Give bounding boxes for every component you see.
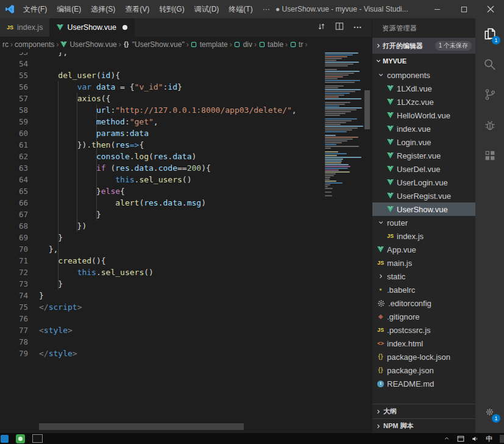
tree-file-register-vue[interactable]: Register.vue (372, 149, 475, 162)
code-line[interactable]: method:"get", (39, 116, 158, 127)
line-number[interactable]: 77 (0, 324, 28, 336)
code-line[interactable]: <style> (39, 324, 73, 336)
tree-file-userregist-vue[interactable]: UserRegist.vue (372, 189, 475, 202)
tree-file--postcssrc-js[interactable]: JS.postcssrc.js (372, 323, 475, 337)
line-number[interactable]: 53 (0, 52, 28, 58)
tree-file-userdel-vue[interactable]: UserDel.vue (372, 162, 475, 176)
open-editors-header[interactable]: 打开的编辑器 1 个未保存 (372, 38, 475, 54)
tree-folder-router[interactable]: router (372, 216, 475, 229)
tree-file-package-lock-json[interactable]: {}package-lock.json (372, 350, 475, 363)
line-number[interactable]: 67 (0, 209, 28, 220)
code-line[interactable]: </script> (39, 301, 82, 313)
line-number[interactable]: 71 (0, 255, 28, 267)
line-number[interactable]: 55 (0, 70, 28, 81)
tree-file--editorconfig[interactable]: .editorconfig (372, 296, 475, 310)
tree-file-readme-md[interactable]: iREADME.md (372, 377, 475, 390)
breadcrumb-item[interactable]: div (234, 40, 252, 49)
activity-files-button[interactable]: 1 (475, 18, 504, 49)
code-line[interactable]: } (39, 209, 101, 220)
line-number[interactable]: 75 (0, 301, 28, 313)
code-line[interactable]: created(){ (39, 255, 106, 267)
code-line[interactable]: url:"http://127.0.0.1:8000/app03/delete/… (39, 104, 297, 116)
code-line[interactable]: var data = {"v_id":id} (39, 81, 182, 93)
breadcrumb-item[interactable]: UserShow.vue (60, 40, 116, 49)
code-line[interactable]: </style> (39, 348, 77, 359)
tree-file-index-js[interactable]: JSindex.js (372, 229, 475, 243)
activity-extensions-button[interactable] (475, 140, 504, 171)
breadcrumb-item[interactable]: components (15, 40, 54, 49)
tab-index-js[interactable]: JSindex.js (0, 18, 50, 37)
tree-file-usershow-vue[interactable]: UserShow.vue (372, 202, 475, 216)
menu-item[interactable]: 文件(F) (18, 0, 52, 18)
breadcrumb-item[interactable]: table (258, 40, 283, 49)
breadcrumb-item[interactable]: tr (289, 40, 303, 49)
code-line[interactable]: }).then(res=>{ (39, 139, 144, 151)
line-number[interactable]: 61 (0, 139, 28, 151)
green-app-icon[interactable] (16, 434, 25, 443)
tree-file-userlogin-vue[interactable]: UserLogin.vue (372, 176, 475, 189)
minimize-button[interactable] (424, 0, 450, 18)
code-line[interactable]: } (39, 232, 63, 243)
code-line[interactable]: alert(res.data.msg) (39, 197, 206, 209)
line-number[interactable]: 60 (0, 127, 28, 139)
menu-item[interactable]: ··· (258, 0, 275, 18)
vscode-taskbar-icon[interactable] (1, 435, 9, 443)
code-line[interactable]: if (res.data.code==200){ (39, 162, 211, 174)
code-line[interactable]: } (39, 290, 44, 301)
menu-item[interactable]: 转到(G) (154, 0, 189, 18)
ime-indicator[interactable]: 中 (486, 434, 492, 443)
line-number[interactable]: 58 (0, 104, 28, 116)
code-line[interactable]: }else{ (39, 185, 125, 197)
code-line[interactable]: } (39, 278, 63, 290)
tree-file-1lxdl-vue[interactable]: 1LXdl.vue (372, 82, 475, 95)
line-number[interactable]: 73 (0, 278, 28, 290)
menu-item[interactable]: 查看(V) (120, 0, 154, 18)
tree-file--gitignore[interactable]: ◆.gitignore (372, 310, 475, 323)
project-root-header[interactable]: MYVUE (372, 54, 475, 68)
activity-settings-button[interactable]: 1 (475, 396, 504, 427)
code-line[interactable]: console.log(res.data) (39, 151, 196, 162)
activity-debug-button[interactable] (475, 110, 504, 140)
tray-caret-icon[interactable] (444, 435, 450, 442)
code-line[interactable]: params:data (39, 127, 149, 139)
code-line[interactable]: }) (39, 220, 87, 232)
line-number[interactable]: 59 (0, 116, 28, 127)
line-number[interactable]: 62 (0, 151, 28, 162)
tree-file-app-vue[interactable]: App.vue (372, 243, 475, 256)
code-line[interactable]: this.sel_users() (39, 267, 154, 278)
code-line[interactable]: }, (39, 243, 58, 255)
breadcrumb-item[interactable]: {}"UserShow.vue" (123, 40, 185, 49)
maximize-button[interactable] (450, 0, 477, 18)
tree-file-package-json[interactable]: {}package.json (372, 363, 475, 377)
activity-search-button[interactable] (475, 49, 504, 79)
breadcrumb-item[interactable]: rc (2, 40, 9, 49)
tree-file-index-html[interactable]: <>index.html (372, 337, 475, 350)
tree-file-1lxzc-vue[interactable]: 1LXzc.vue (372, 95, 475, 109)
tree-folder-components[interactable]: components (372, 68, 475, 82)
tab-usershow-vue[interactable]: UserShow.vue (50, 18, 135, 37)
line-number[interactable]: 68 (0, 220, 28, 232)
tree-folder-static[interactable]: static (372, 270, 475, 283)
line-number[interactable]: 76 (0, 313, 28, 324)
menu-item[interactable]: 选择(S) (86, 0, 120, 18)
modified-dot-icon[interactable] (122, 25, 127, 30)
line-number[interactable]: 72 (0, 267, 28, 278)
tray-partial-icon[interactable] (500, 435, 504, 443)
vertical-scrollbar[interactable] (364, 90, 370, 129)
line-number[interactable]: 57 (0, 93, 28, 104)
line-number[interactable]: 65 (0, 185, 28, 197)
menu-item[interactable]: 调试(D) (190, 0, 224, 18)
line-number[interactable]: 78 (0, 336, 28, 348)
horizontal-scrollbar[interactable] (39, 423, 244, 430)
menu-item[interactable]: 编辑(E) (52, 0, 86, 18)
npm-scripts-section-header[interactable]: NPM 脚本 (372, 418, 475, 433)
code-line[interactable]: axios({ (39, 93, 110, 104)
close-button[interactable] (477, 0, 504, 18)
tray-volume-icon[interactable] (472, 435, 478, 442)
code-line[interactable]: del_user(id){ (39, 70, 120, 81)
line-number[interactable]: 66 (0, 197, 28, 209)
code-area[interactable]: 53 },5455 del_user(id){56 var data = {"v… (0, 52, 297, 359)
code-line[interactable]: this.sel_users() (39, 174, 191, 185)
tree-file-index-vue[interactable]: index.vue (372, 122, 475, 135)
minimap[interactable] (325, 52, 364, 433)
